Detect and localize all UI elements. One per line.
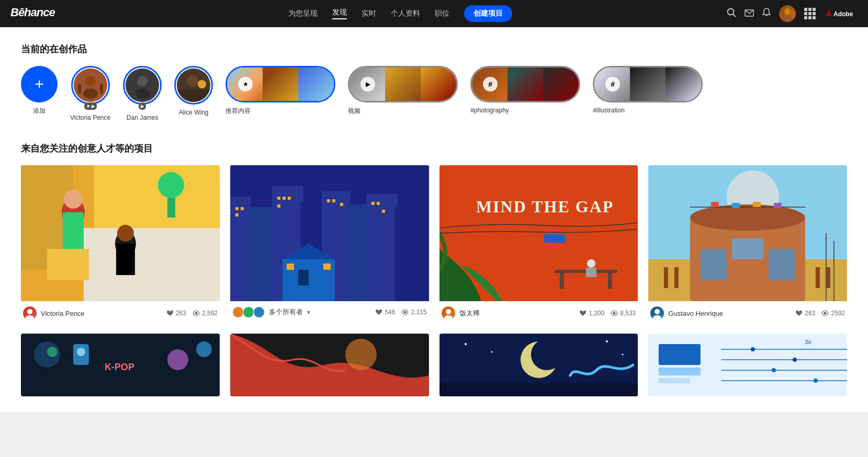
story-add[interactable]: + 添加 [21,66,58,116]
svg-rect-122 [659,368,701,375]
svg-rect-57 [340,203,343,206]
nav-discover[interactable]: 发现 [332,8,347,19]
project-card-bottom-3[interactable]: Bē [648,334,847,396]
svg-rect-88 [664,267,668,288]
project-thumb-bottom-3: Bē [648,334,847,396]
svg-rect-51 [277,197,280,200]
story-featured[interactable]: ★ 推荐内容 [226,66,335,116]
svg-rect-94 [732,203,740,208]
project-info-1: 多个所有者 ▼ 546 2,115 [230,301,429,321]
story-dan[interactable]: ▶ Dan James [123,66,162,121]
behance-logo[interactable]: Bēhance [10,5,68,22]
story-photography[interactable]: # #photography [470,66,580,114]
project-stats-1: 546 2,115 [375,309,426,316]
svg-point-17 [135,88,150,99]
svg-rect-91 [826,267,830,288]
svg-rect-58 [371,202,375,205]
project-card-2[interactable]: MIND THE GAP [439,165,638,323]
svg-rect-119 [439,383,638,396]
svg-marker-14 [87,105,90,108]
story-label-photography: #photography [470,107,509,114]
svg-text:A: A [826,9,831,18]
create-project-button[interactable]: 创建项目 [464,5,512,22]
story-video[interactable]: ▶ 视频 [348,66,458,116]
project-thumb-0 [21,165,220,301]
author-avatar-3 [650,306,664,320]
svg-rect-71 [544,234,565,243]
views-stat-1: 2,115 [401,309,426,316]
nav-live[interactable]: 实时 [362,9,376,18]
svg-point-100 [653,315,661,320]
nav-jobs[interactable]: 职位 [435,9,449,18]
svg-point-66 [404,311,407,314]
svg-point-10 [85,76,96,86]
add-story-button[interactable]: + [21,66,58,102]
nav-profile[interactable]: 个人资料 [391,9,420,18]
multi-owner-dropdown[interactable]: ▼ [306,310,311,315]
project-card-0[interactable]: Victoria Pence 263 2,592 [21,165,220,323]
project-card-3[interactable]: Gustavo Henrique 263 2592 [648,165,847,323]
project-info-0: Victoria Pence 263 2,592 [21,301,220,323]
user-avatar[interactable] [779,5,796,22]
story-featured-preview: ★ [226,66,335,102]
story-illustration[interactable]: # #illustration [593,66,703,114]
svg-point-114 [531,339,562,370]
likes-count-3: 263 [805,310,815,317]
project-card-1[interactable]: 多个所有者 ▼ 546 2,115 [230,165,429,323]
svg-rect-28 [63,212,84,249]
svg-point-78 [444,315,453,320]
project-card-bottom-2[interactable] [439,334,638,396]
author-avatar-0 [23,306,37,320]
svg-rect-64 [287,264,294,270]
likes-count-0: 263 [176,310,186,317]
hash-photography-icon: # [483,77,498,92]
story-label-alice: Alice Wing [179,109,209,116]
svg-text:Bē: Bē [805,339,812,345]
svg-rect-123 [659,378,690,383]
story-label-featured: 推荐内容 [226,107,251,116]
svg-rect-52 [283,197,286,200]
project-stats-2: 1,200 8,533 [579,310,636,317]
likes-stat-0: 263 [166,310,186,317]
svg-rect-41 [249,207,275,301]
svg-point-30 [117,225,134,242]
apps-grid-icon[interactable] [804,8,816,19]
svg-rect-73 [559,273,563,289]
mail-icon[interactable] [745,8,754,19]
story-add-label: 添加 [33,107,46,116]
project-card-bottom-0[interactable]: K-POP [21,334,220,396]
likes-stat-1: 546 [375,309,395,316]
bell-icon[interactable] [762,8,771,20]
svg-point-106 [77,348,85,356]
svg-rect-86 [769,249,795,280]
svg-rect-40 [230,197,251,301]
likes-stat-3: 263 [795,310,815,317]
navbar: Bēhance 为您呈现 发现 实时 个人资料 职位 创建项目 A [0,0,868,27]
project-card-bottom-1[interactable] [230,334,429,396]
story-victoria[interactable]: ▶ Victoria Pence [70,66,110,121]
views-stat-2: 8,533 [611,310,636,317]
svg-rect-60 [382,210,385,213]
stories-row: + 添加 ▶ [21,66,847,121]
main-content: 当前的在创作品 + 添加 [0,27,868,412]
adobe-logo[interactable]: A Adobe [826,7,858,21]
multi-owner-1: 多个所有者 ▼ [232,306,311,318]
search-icon[interactable] [727,8,736,20]
svg-point-5 [784,8,791,15]
project-thumb-1 [230,165,429,301]
projects-section-title: 来自您关注的创意人才等的项目 [21,142,847,155]
story-alice[interactable]: Alice Wing [174,66,213,116]
multi-avatar-1c [253,306,265,318]
nav-for-you[interactable]: 为您呈现 [288,9,318,18]
project-stats-3: 263 2592 [795,310,845,317]
views-count-2: 8,533 [620,310,636,317]
svg-rect-90 [816,267,820,288]
svg-rect-50 [235,213,239,216]
svg-point-117 [605,340,607,342]
svg-point-99 [655,309,660,314]
svg-point-36 [26,315,34,320]
project-author-2: 饭太稀 [442,306,480,320]
projects-bottom-row: K-POP [21,334,847,396]
project-thumb-3 [648,165,847,301]
svg-point-131 [814,379,818,383]
